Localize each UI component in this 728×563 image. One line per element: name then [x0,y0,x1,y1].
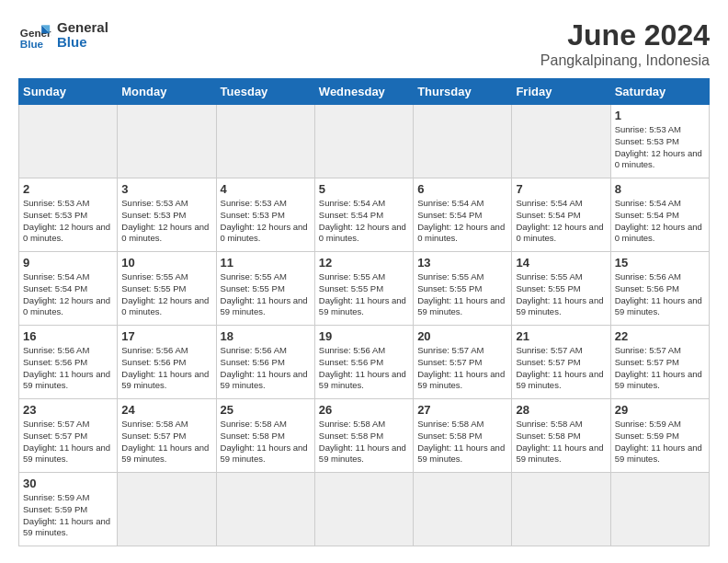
table-cell: 3Sunrise: 5:53 AM Sunset: 5:53 PM Daylig… [118,178,216,252]
table-cell: 19Sunrise: 5:56 AM Sunset: 5:56 PM Dayli… [314,326,413,399]
week-row-1: 1Sunrise: 5:53 AM Sunset: 5:53 PM Daylig… [19,105,710,178]
day-number: 25 [221,403,311,417]
day-info: Sunrise: 5:55 AM Sunset: 5:55 PM Dayligh… [221,271,311,318]
table-cell: 11Sunrise: 5:55 AM Sunset: 5:55 PM Dayli… [216,252,314,326]
day-number: 5 [319,182,409,196]
table-cell: 8Sunrise: 5:54 AM Sunset: 5:54 PM Daylig… [610,178,709,252]
day-info: Sunrise: 5:59 AM Sunset: 5:59 PM Dayligh… [23,492,113,539]
table-cell: 10Sunrise: 5:55 AM Sunset: 5:55 PM Dayli… [118,252,216,326]
table-cell [118,105,216,178]
day-info: Sunrise: 5:56 AM Sunset: 5:56 PM Dayligh… [615,271,705,318]
week-row-4: 16Sunrise: 5:56 AM Sunset: 5:56 PM Dayli… [19,326,710,399]
day-number: 6 [417,182,507,196]
day-number: 26 [319,403,409,417]
table-cell: 26Sunrise: 5:58 AM Sunset: 5:58 PM Dayli… [314,399,413,473]
day-number: 8 [615,182,705,196]
table-cell: 25Sunrise: 5:58 AM Sunset: 5:58 PM Dayli… [216,399,314,473]
table-cell: 1Sunrise: 5:53 AM Sunset: 5:53 PM Daylig… [610,105,709,178]
table-cell [512,105,610,178]
table-cell [19,105,118,178]
week-row-2: 2Sunrise: 5:53 AM Sunset: 5:53 PM Daylig… [19,178,710,252]
day-number: 24 [121,403,211,417]
day-info: Sunrise: 5:58 AM Sunset: 5:58 PM Dayligh… [221,419,311,465]
day-number: 22 [615,329,705,343]
day-number: 19 [319,329,409,343]
week-row-3: 9Sunrise: 5:54 AM Sunset: 5:54 PM Daylig… [19,252,710,326]
day-number: 1 [615,109,705,122]
day-info: Sunrise: 5:53 AM Sunset: 5:53 PM Dayligh… [615,124,705,171]
table-cell [118,473,216,546]
day-info: Sunrise: 5:58 AM Sunset: 5:58 PM Dayligh… [417,419,507,465]
day-info: Sunrise: 5:53 AM Sunset: 5:53 PM Dayligh… [23,198,113,245]
table-cell: 2Sunrise: 5:53 AM Sunset: 5:53 PM Daylig… [19,178,118,252]
day-number: 3 [121,182,211,196]
day-number: 27 [417,403,507,417]
day-info: Sunrise: 5:54 AM Sunset: 5:54 PM Dayligh… [417,198,507,245]
header-saturday: Saturday [610,79,709,105]
table-cell: 29Sunrise: 5:59 AM Sunset: 5:59 PM Dayli… [610,399,709,473]
weekday-header-row: Sunday Monday Tuesday Wednesday Thursday… [19,79,710,105]
header-tuesday: Tuesday [216,79,314,105]
table-cell [216,105,314,178]
table-cell [512,473,610,546]
table-cell [216,473,314,546]
day-info: Sunrise: 5:54 AM Sunset: 5:54 PM Dayligh… [615,198,705,245]
day-number: 17 [121,329,211,343]
table-cell: 23Sunrise: 5:57 AM Sunset: 5:57 PM Dayli… [19,399,118,473]
day-info: Sunrise: 5:57 AM Sunset: 5:57 PM Dayligh… [615,345,705,392]
day-number: 16 [23,329,113,343]
table-cell: 5Sunrise: 5:54 AM Sunset: 5:54 PM Daylig… [314,178,413,252]
day-info: Sunrise: 5:53 AM Sunset: 5:53 PM Dayligh… [121,198,211,245]
page-header: General Blue General Blue June 2024 Pang… [18,18,710,69]
day-info: Sunrise: 5:59 AM Sunset: 5:59 PM Dayligh… [615,419,705,465]
day-number: 10 [121,256,211,270]
day-number: 29 [615,403,705,417]
table-cell: 22Sunrise: 5:57 AM Sunset: 5:57 PM Dayli… [610,326,709,399]
logo: General Blue General Blue [18,18,108,52]
table-cell: 4Sunrise: 5:53 AM Sunset: 5:53 PM Daylig… [216,178,314,252]
day-number: 21 [516,329,606,343]
day-info: Sunrise: 5:55 AM Sunset: 5:55 PM Dayligh… [516,271,606,318]
day-number: 13 [417,256,507,270]
logo-general-text: General [57,20,108,36]
header-friday: Friday [512,79,610,105]
table-cell [414,105,512,178]
day-info: Sunrise: 5:54 AM Sunset: 5:54 PM Dayligh… [516,198,606,245]
table-cell: 20Sunrise: 5:57 AM Sunset: 5:57 PM Dayli… [414,326,512,399]
table-cell: 27Sunrise: 5:58 AM Sunset: 5:58 PM Dayli… [414,399,512,473]
svg-text:Blue: Blue [20,38,44,50]
day-info: Sunrise: 5:56 AM Sunset: 5:56 PM Dayligh… [23,345,113,392]
day-info: Sunrise: 5:53 AM Sunset: 5:53 PM Dayligh… [221,198,311,245]
day-number: 28 [516,403,606,417]
header-monday: Monday [118,79,216,105]
day-info: Sunrise: 5:55 AM Sunset: 5:55 PM Dayligh… [417,271,507,318]
day-info: Sunrise: 5:56 AM Sunset: 5:56 PM Dayligh… [319,345,409,392]
day-info: Sunrise: 5:54 AM Sunset: 5:54 PM Dayligh… [23,271,113,318]
table-cell: 6Sunrise: 5:54 AM Sunset: 5:54 PM Daylig… [414,178,512,252]
day-info: Sunrise: 5:55 AM Sunset: 5:55 PM Dayligh… [319,271,409,318]
day-number: 23 [23,403,113,417]
table-cell: 7Sunrise: 5:54 AM Sunset: 5:54 PM Daylig… [512,178,610,252]
day-number: 9 [23,256,113,270]
table-cell: 28Sunrise: 5:58 AM Sunset: 5:58 PM Dayli… [512,399,610,473]
table-cell: 9Sunrise: 5:54 AM Sunset: 5:54 PM Daylig… [19,252,118,326]
table-cell: 15Sunrise: 5:56 AM Sunset: 5:56 PM Dayli… [610,252,709,326]
logo-blue-text: Blue [57,35,108,51]
day-number: 12 [319,256,409,270]
day-info: Sunrise: 5:57 AM Sunset: 5:57 PM Dayligh… [417,345,507,392]
day-number: 7 [516,182,606,196]
day-info: Sunrise: 5:55 AM Sunset: 5:55 PM Dayligh… [121,271,211,318]
header-wednesday: Wednesday [314,79,413,105]
day-info: Sunrise: 5:57 AM Sunset: 5:57 PM Dayligh… [516,345,606,392]
day-number: 4 [221,182,311,196]
week-row-6: 30Sunrise: 5:59 AM Sunset: 5:59 PM Dayli… [19,473,710,546]
header-sunday: Sunday [19,79,118,105]
table-cell: 17Sunrise: 5:56 AM Sunset: 5:56 PM Dayli… [118,326,216,399]
table-cell: 21Sunrise: 5:57 AM Sunset: 5:57 PM Dayli… [512,326,610,399]
day-info: Sunrise: 5:58 AM Sunset: 5:58 PM Dayligh… [319,419,409,465]
table-cell [314,105,413,178]
title-block: June 2024 Pangkalpinang, Indonesia [540,18,710,69]
day-number: 2 [23,182,113,196]
logo-icon: General Blue [18,18,51,52]
table-cell: 12Sunrise: 5:55 AM Sunset: 5:55 PM Dayli… [314,252,413,326]
